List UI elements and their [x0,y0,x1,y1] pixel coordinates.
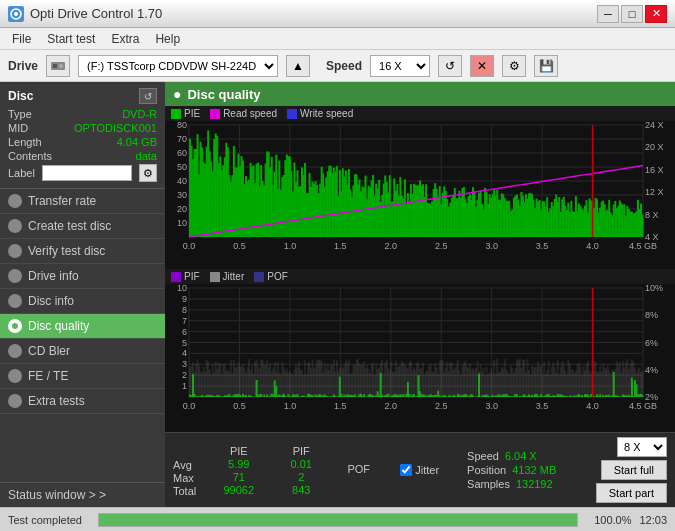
save-icon[interactable]: 💾 [534,55,558,77]
sidebar-label-create-test-disc: Create test disc [28,219,111,233]
menu-file[interactable]: File [4,30,39,48]
settings-icon[interactable]: ⚙ [502,55,526,77]
sidebar-label-verify-test-disc: Verify test disc [28,244,105,258]
progress-percent: 100.0% [594,514,631,526]
position-value: 4132 MB [512,464,556,476]
sidebar-icon-transfer-rate [8,194,22,208]
menu-start-test[interactable]: Start test [39,30,103,48]
pie-max: 71 [216,471,261,483]
start-full-button[interactable]: Start full [601,460,667,480]
sidebar-label-extra-tests: Extra tests [28,394,85,408]
total-label: Total [173,485,196,497]
pie-total: 99062 [216,484,261,496]
status-time: 12:03 [639,514,667,526]
menu-extra[interactable]: Extra [103,30,147,48]
close-button[interactable]: ✕ [645,5,667,23]
pif-avg: 0.01 [281,458,321,470]
length-label: Length [8,136,42,148]
jitter-checkbox[interactable] [400,464,412,476]
test-speed-select[interactable]: 8 X [617,437,667,457]
sidebar-item-extra-tests[interactable]: Extra tests [0,389,165,414]
speed-row: Speed 6.04 X [467,450,556,462]
svg-point-12 [12,373,18,379]
progress-container [98,513,578,527]
disc-quality-title: Disc quality [187,87,260,102]
sidebar-label-disc-quality: Disc quality [28,319,89,333]
position-row: Position 4132 MB [467,464,556,476]
action-col: 8 X Start full Start part [596,437,667,503]
sidebar-icon-cd-bler [8,344,22,358]
start-part-button[interactable]: Start part [596,483,667,503]
status-window-button[interactable]: Status window > > [0,482,165,507]
stats-bar: Avg Max Total PIE 5.99 71 99062 PIF 0.01… [165,432,675,507]
titlebar-left: Opti Drive Control 1.70 [8,6,162,22]
stats-labels-col: Avg Max Total [173,444,196,497]
contents-label: Contents [8,150,52,162]
sidebar-label-fe-te: FE / TE [28,369,68,383]
contents-value: data [136,150,157,162]
sidebar-item-transfer-rate[interactable]: Transfer rate [0,189,165,214]
titlebar: Opti Drive Control 1.70 ─ □ ✕ [0,0,675,28]
svg-rect-3 [53,64,57,68]
disc-quality-icon: ● [173,86,181,102]
pif-total: 843 [281,484,321,496]
sidebar-item-drive-info[interactable]: Drive info [0,264,165,289]
window-controls: ─ □ ✕ [597,5,667,23]
sidebar: Disc ↺ Type DVD-R MID OPTODISCK001 Lengt… [0,82,165,507]
sidebar-item-disc-info[interactable]: Disc info [0,289,165,314]
pif-legend: PIF [171,271,200,282]
label-gear-icon[interactable]: ⚙ [139,164,157,182]
menu-help[interactable]: Help [147,30,188,48]
sidebar-icon-disc-info [8,294,22,308]
content-area: ● Disc quality PIE Read speed Write spee… [165,82,675,507]
disc-info-header: Disc ↺ [8,88,157,104]
samples-label: Samples [467,478,510,490]
sidebar-item-verify-test-disc[interactable]: Verify test disc [0,239,165,264]
label-input[interactable] [42,165,132,181]
drive-select[interactable]: (F:) TSSTcorp CDDVDW SH-224DB SB01 [78,55,278,77]
drive-icon [46,55,70,77]
drivebar: Drive (F:) TSSTcorp CDDVDW SH-224DB SB01… [0,50,675,82]
samples-value: 132192 [516,478,553,490]
refresh-icon[interactable]: ↺ [438,55,462,77]
pie-avg: 5.99 [216,458,261,470]
disc-label-row: Label ⚙ [8,164,157,182]
label-key: Label [8,167,35,179]
main-layout: Disc ↺ Type DVD-R MID OPTODISCK001 Lengt… [0,82,675,507]
erase-icon[interactable]: ✕ [470,55,494,77]
pof-legend: POF [254,271,288,282]
sidebar-icon-fe-te [8,369,22,383]
disc-refresh-icon[interactable]: ↺ [139,88,157,104]
mid-label: MID [8,122,28,134]
type-value: DVD-R [122,108,157,120]
svg-point-9 [12,298,18,304]
sidebar-item-cd-bler[interactable]: CD Bler [0,339,165,364]
chart2-legend: PIF Jitter POF [165,269,675,284]
position-label: Position [467,464,506,476]
speed-label: Speed [326,59,362,73]
sidebar-label-drive-info: Drive info [28,269,79,283]
eject-icon[interactable]: ▲ [286,55,310,77]
svg-point-11 [12,348,18,354]
sidebar-icon-create-test-disc [8,219,22,233]
speed-label: Speed [467,450,499,462]
sidebar-icon-disc-quality [8,319,22,333]
minimize-button[interactable]: ─ [597,5,619,23]
pie-stats-col: PIE 5.99 71 99062 [216,445,261,496]
speed-stats-col: Speed 6.04 X Position 4132 MB Samples 13… [467,450,556,490]
pie-legend: PIE [171,108,200,119]
sidebar-item-fe-te[interactable]: FE / TE [0,364,165,389]
disc-mid-row: MID OPTODISCK001 [8,122,157,134]
sidebar-item-disc-quality[interactable]: Disc quality [0,314,165,339]
svg-point-5 [12,198,18,204]
sidebar-item-create-test-disc[interactable]: Create test disc [0,214,165,239]
read-speed-legend: Read speed [210,108,277,119]
type-label: Type [8,108,32,120]
app-icon [8,6,24,22]
disc-type-row: Type DVD-R [8,108,157,120]
jitter-label: Jitter [415,464,439,476]
maximize-button[interactable]: □ [621,5,643,23]
sidebar-menu: Transfer rateCreate test discVerify test… [0,189,165,482]
sidebar-icon-extra-tests [8,394,22,408]
speed-select[interactable]: 16 X [370,55,430,77]
